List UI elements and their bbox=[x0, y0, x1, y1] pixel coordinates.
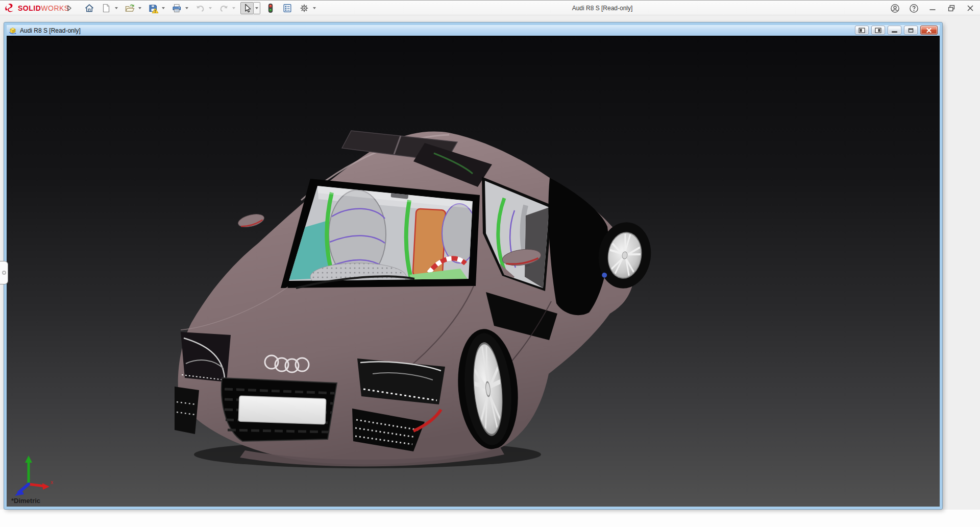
rebuild-button[interactable] bbox=[264, 2, 277, 14]
solidworks-logo-text: SOLIDWORKS bbox=[18, 4, 69, 12]
options-gear-icon bbox=[299, 3, 309, 13]
undo-icon bbox=[195, 3, 206, 13]
document-minimize-icon bbox=[892, 31, 897, 33]
home-icon bbox=[84, 3, 94, 13]
assembly-document-icon bbox=[9, 27, 17, 35]
options-button[interactable] bbox=[298, 2, 311, 14]
collapsed-feature-panel-tab[interactable] bbox=[0, 261, 8, 284]
graphics-viewport[interactable]: x *Dimetric bbox=[7, 36, 940, 507]
document-restore-button[interactable] bbox=[904, 26, 918, 35]
redo-icon bbox=[218, 3, 229, 13]
document-restore-icon bbox=[908, 28, 914, 33]
options-dropdown[interactable] bbox=[311, 2, 317, 14]
x-axis-label: x bbox=[51, 480, 53, 485]
document-titlebar[interactable]: Audi R8 S [Read-only] bbox=[7, 25, 940, 36]
print-dropdown[interactable] bbox=[183, 2, 190, 14]
show-pane-right-button[interactable] bbox=[871, 26, 885, 35]
new-document-dropdown[interactable] bbox=[113, 2, 119, 14]
account-icon bbox=[890, 4, 900, 13]
document-window: Audi R8 S [Read-only] bbox=[4, 22, 942, 509]
new-document-icon bbox=[101, 3, 111, 13]
select-tool-dropdown[interactable] bbox=[254, 2, 260, 14]
restore-button[interactable] bbox=[945, 2, 958, 14]
license-plate[interactable] bbox=[238, 396, 326, 424]
save-icon bbox=[148, 3, 159, 13]
mdi-bottom-strip bbox=[0, 510, 980, 527]
rebuild-stoplight-icon bbox=[265, 3, 276, 13]
redo-dropdown[interactable] bbox=[230, 2, 237, 14]
pane-right-icon bbox=[875, 28, 881, 33]
document-close-button[interactable] bbox=[920, 26, 938, 35]
help-button[interactable] bbox=[907, 2, 920, 14]
minimize-button[interactable] bbox=[926, 2, 939, 14]
window-title: Audi R8 S [Read-only] bbox=[531, 5, 674, 12]
print-icon bbox=[172, 3, 182, 13]
quick-access-toolbar bbox=[83, 2, 321, 14]
orientation-triad[interactable]: x bbox=[12, 452, 55, 499]
select-tool-button[interactable] bbox=[240, 2, 254, 14]
undo-button[interactable] bbox=[193, 2, 207, 14]
view-orientation-label: *Dimetric bbox=[11, 497, 40, 505]
menu-flyout-arrow-icon[interactable] bbox=[67, 5, 72, 12]
file-properties-button[interactable] bbox=[281, 2, 294, 14]
redo-button[interactable] bbox=[217, 2, 230, 14]
document-window-buttons bbox=[852, 26, 938, 35]
pane-left-icon bbox=[859, 28, 865, 33]
undo-dropdown[interactable] bbox=[207, 2, 213, 14]
new-document-button[interactable] bbox=[100, 2, 113, 14]
x-axis-arrow[interactable] bbox=[42, 483, 50, 490]
main-titlebar: SOLIDWORKS bbox=[0, 0, 980, 15]
open-button[interactable] bbox=[123, 2, 136, 14]
help-icon bbox=[909, 4, 919, 13]
restore-icon bbox=[947, 4, 956, 13]
panel-tab-handle-icon bbox=[2, 271, 6, 275]
save-dropdown[interactable] bbox=[160, 2, 166, 14]
home-button[interactable] bbox=[83, 2, 96, 14]
y-axis-arrow[interactable] bbox=[25, 456, 32, 463]
close-button[interactable] bbox=[964, 2, 977, 14]
close-icon bbox=[966, 4, 975, 13]
save-button[interactable] bbox=[146, 2, 160, 14]
document-close-icon bbox=[925, 28, 933, 33]
solidworks-logo: SOLIDWORKS bbox=[4, 3, 69, 14]
solidworks-window: SOLIDWORKS bbox=[0, 0, 980, 527]
open-dropdown[interactable] bbox=[136, 2, 143, 14]
file-properties-icon bbox=[282, 3, 292, 13]
account-button[interactable] bbox=[888, 2, 901, 14]
car-model-audi-r8[interactable] bbox=[174, 124, 674, 471]
select-cursor-icon bbox=[242, 3, 252, 13]
solidworks-logo-mark-icon bbox=[4, 3, 16, 14]
document-title: Audi R8 S [Read-only] bbox=[20, 27, 81, 34]
left-side-intake[interactable] bbox=[175, 387, 199, 434]
show-pane-left-button[interactable] bbox=[855, 26, 869, 35]
document-minimize-button[interactable] bbox=[888, 26, 901, 35]
print-button[interactable] bbox=[170, 2, 183, 14]
left-headlight[interactable] bbox=[181, 332, 231, 382]
titlebar-right-controls bbox=[883, 2, 977, 14]
open-icon bbox=[125, 3, 135, 13]
minimize-icon bbox=[928, 4, 937, 13]
left-side-mirror[interactable] bbox=[237, 212, 265, 229]
